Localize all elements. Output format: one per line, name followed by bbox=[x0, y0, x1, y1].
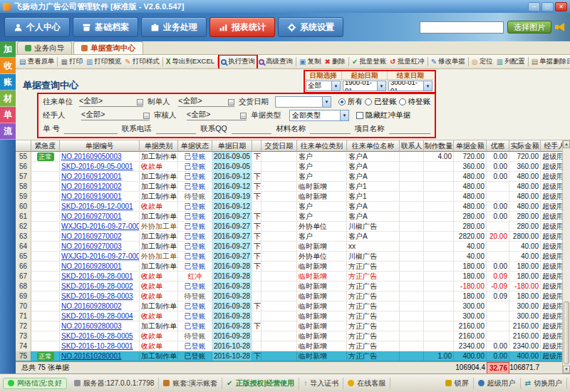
maximize-button[interactable]: □ bbox=[542, 2, 554, 11]
table-row[interactable]: 69SKD-2016-09-28-0003收款单待登账2016-09-28临时新… bbox=[16, 292, 562, 301]
table-row[interactable]: 72NO.201609280003加工制作单已登账2016-09-28下临时新增… bbox=[16, 321, 562, 331]
header-doc-status[interactable]: 单据状态 bbox=[178, 140, 212, 152]
close-button[interactable]: ✕ bbox=[555, 2, 567, 11]
table-row[interactable]: 66NO.201609280001加工制作单已登账2016-09-28下临时新增… bbox=[16, 262, 562, 272]
header-urgency[interactable]: 紧急度 bbox=[31, 140, 60, 152]
sidebar-tile-documents[interactable]: 单 bbox=[0, 107, 16, 123]
delivery-date-select[interactable]: ▼ bbox=[275, 96, 331, 108]
header-doc-amount[interactable]: 单据金额 bbox=[454, 140, 487, 152]
ribbon-tab-system-settings[interactable]: 系统设置 bbox=[278, 17, 343, 37]
auditor-field[interactable]: <全部>… bbox=[187, 110, 247, 120]
document-link[interactable]: NO.201610280001 bbox=[60, 351, 140, 361]
qq-input[interactable] bbox=[232, 124, 272, 134]
document-link[interactable]: NO.201609270003 bbox=[60, 242, 140, 252]
table-row[interactable]: 60SKD-2016-09-12-0001收款单已登账2016-09-12客户客… bbox=[16, 202, 562, 212]
table-row[interactable]: 71SKD-2016-09-28-0004收款单已登账2016-09-28临时新… bbox=[16, 311, 562, 321]
document-link[interactable]: SKD-2016-09-05-0001 bbox=[60, 162, 140, 172]
status-online-support[interactable]: 在线客服 bbox=[343, 378, 390, 389]
table-row[interactable]: 63NO.201609270002加工制作单已登账2016-09-27下客户客户… bbox=[16, 232, 562, 242]
search-input[interactable] bbox=[420, 21, 504, 33]
scroll-down-icon[interactable]: ▼ bbox=[563, 366, 570, 373]
toolbar-edit-doc[interactable]: ✎修改单据 bbox=[430, 56, 467, 68]
table-row[interactable]: 57NO.201609120001加工制作单已登账2016-09-12下客户客户… bbox=[16, 172, 562, 182]
toolbar-delete-log[interactable]: ▤单据删除日志 bbox=[530, 56, 570, 68]
doc-type-select[interactable]: 全部类型▼ bbox=[289, 110, 349, 121]
sidebar-tile-accounts[interactable]: 账 bbox=[0, 74, 16, 91]
scroll-up-icon[interactable]: ▲ bbox=[563, 140, 570, 148]
scrollbar-thumb[interactable] bbox=[564, 301, 569, 364]
ribbon-tab-report-statistics[interactable]: 报表统计 bbox=[209, 17, 275, 37]
header-delivery-date[interactable]: 交货日期 bbox=[261, 140, 297, 152]
toolbar-column-config[interactable]: ▥列配置 bbox=[495, 56, 527, 68]
table-row[interactable]: 75正常NO.201610280001加工制作单已登账2016-10-28下临时… bbox=[16, 351, 562, 361]
document-link[interactable]: SKD-2016-09-12-0001 bbox=[60, 202, 140, 212]
table-row[interactable]: 59NO.201609190001加工制作单待登账2016-09-19下临时新增… bbox=[16, 192, 562, 202]
table-row[interactable]: 61NO.201609270001加工制作单已登账2016-09-27下客户客户… bbox=[16, 212, 562, 222]
document-link[interactable]: NO.201609270002 bbox=[60, 232, 140, 242]
table-row[interactable]: 65WXJGD-2016-09-27-0002外协加工单已登账2016-09-2… bbox=[16, 252, 562, 262]
doc-tab-business-wizard[interactable]: 业务向导 bbox=[17, 41, 72, 54]
header-unit-name[interactable]: 往来单位名称 bbox=[347, 140, 400, 152]
document-link[interactable]: NO.201609270001 bbox=[60, 212, 140, 222]
toolbar-delete[interactable]: ✖删除 bbox=[323, 56, 347, 68]
document-link[interactable]: NO.201609190001 bbox=[60, 192, 140, 202]
sidebar-tile-workflow[interactable]: 流 bbox=[0, 123, 16, 140]
radio-pending[interactable] bbox=[399, 98, 406, 105]
ribbon-tab-personal-center[interactable]: 个人中心 bbox=[4, 17, 70, 37]
toolbar-batch-reverse[interactable]: ↺批量红冲 bbox=[388, 56, 425, 68]
status-switch-user[interactable]: ⇄切换用户 bbox=[521, 378, 567, 389]
phone-input[interactable] bbox=[156, 124, 197, 134]
table-row[interactable]: 70NO.201609280002加工制作单已登账2016-09-28下临时新增… bbox=[16, 301, 562, 311]
document-link[interactable]: WXJGD-2016-09-27-0001 bbox=[60, 222, 140, 232]
header-am-pm[interactable] bbox=[252, 140, 261, 152]
table-row[interactable]: 74SKD-2016-10-28-0001收款单已登账2016-10-28临时新… bbox=[16, 341, 562, 351]
header-row-num[interactable] bbox=[16, 140, 31, 152]
ribbon-tab-basic-archives[interactable]: 基础档案 bbox=[73, 17, 138, 37]
toolbar-export-excel[interactable]: X导出到EXCEL bbox=[165, 56, 216, 68]
select-image-button[interactable]: 选择图片 bbox=[507, 21, 551, 33]
document-link[interactable]: SKD-2016-09-28-0002 bbox=[60, 282, 140, 292]
sidebar-tile-processing[interactable]: 加 bbox=[0, 41, 16, 58]
lookup-icon[interactable]: … bbox=[137, 99, 143, 105]
header-doc-no[interactable]: 单据编号 bbox=[60, 140, 140, 152]
header-contact[interactable]: 联系人 bbox=[400, 140, 424, 152]
handler-field[interactable]: <全部>… bbox=[81, 110, 150, 120]
header-actual-amount[interactable]: 实际金额 bbox=[509, 140, 541, 152]
ribbon-tab-business-process[interactable]: 业务处理 bbox=[141, 17, 207, 37]
document-link[interactable]: SKD-2016-09-28-0004 bbox=[60, 311, 140, 321]
lookup-icon[interactable]: … bbox=[240, 113, 247, 119]
toolbar-batch-post[interactable]: ✔批量登账 bbox=[351, 56, 388, 68]
unit-field[interactable]: <全部>… bbox=[79, 97, 143, 107]
date-filter-select[interactable]: 3000-01-01▼ bbox=[388, 81, 432, 91]
document-link[interactable]: NO.201609120002 bbox=[60, 182, 140, 192]
document-link[interactable]: SKD-2016-09-28-0005 bbox=[60, 331, 140, 341]
document-link[interactable]: SKD-2016-09-28-0001 bbox=[60, 272, 140, 282]
radio-all[interactable] bbox=[338, 98, 346, 105]
toolbar-locate[interactable]: ◎定位 bbox=[470, 56, 494, 68]
table-row[interactable]: 67SKD-2016-09-28-0001收款单红冲2016-09-28临时新增… bbox=[16, 272, 562, 282]
toolbar-advanced-query[interactable]: 高级查询 bbox=[257, 56, 294, 68]
table-row[interactable]: 62WXJGD-2016-09-27-0001外协加工单已登账2016-09-2… bbox=[16, 222, 562, 232]
document-link[interactable]: NO.201609120001 bbox=[60, 172, 140, 182]
vertical-scrollbar[interactable]: ▲ ▼ bbox=[562, 140, 570, 373]
table-row[interactable]: 58NO.201609120002加工制作单已登账2016-09-12下临时新增… bbox=[16, 182, 562, 192]
hide-red-checkbox[interactable] bbox=[356, 112, 363, 119]
minimize-button[interactable]: ─ bbox=[528, 2, 540, 11]
document-link[interactable]: WXJGD-2016-09-27-0002 bbox=[60, 252, 140, 262]
date-filter-select[interactable]: 全部▼ bbox=[306, 81, 341, 91]
document-link[interactable]: NO.201609280003 bbox=[60, 321, 140, 331]
table-row[interactable]: 68SKD-2016-09-28-0002收款单已登账2016-09-28临时新… bbox=[16, 282, 562, 292]
header-doc-date[interactable]: 单据日期 bbox=[212, 140, 252, 152]
document-link[interactable]: NO.201609050003 bbox=[60, 152, 140, 162]
toolbar-print-style[interactable]: ✎打印样式 bbox=[123, 56, 160, 68]
doc-no-input[interactable] bbox=[64, 124, 118, 134]
doc-tab-doc-query-center[interactable]: 单据查询中心 bbox=[73, 41, 143, 54]
project-input[interactable] bbox=[389, 124, 430, 134]
header-doc-category[interactable]: 单据类别 bbox=[140, 140, 178, 152]
radio-posted[interactable] bbox=[365, 98, 372, 105]
header-quantity[interactable]: 制作数量 bbox=[424, 140, 454, 152]
document-link[interactable]: SKD-2016-10-28-0001 bbox=[60, 341, 140, 351]
toolbar-copy[interactable]: ▣复制 bbox=[298, 56, 322, 68]
document-link[interactable]: NO.201609280002 bbox=[60, 301, 140, 311]
material-input[interactable] bbox=[310, 124, 351, 134]
